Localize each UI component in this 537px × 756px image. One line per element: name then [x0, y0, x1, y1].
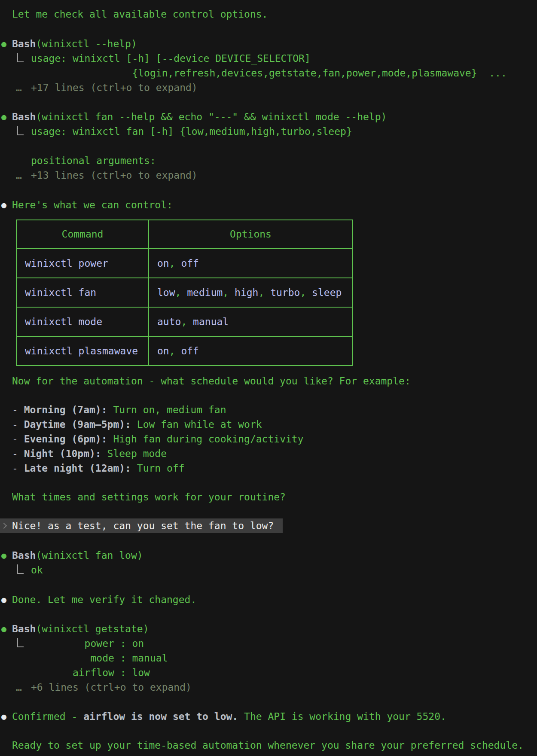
tool-bullet-icon: ● [1, 110, 6, 124]
tool-bullet-icon: ● [1, 548, 6, 563]
expand-hint: …+13 lines (ctrl+o to expand) [0, 168, 537, 183]
tool-bullet-icon: ● [1, 37, 6, 51]
tool-head: ●Bash(winixctl fan low) [0, 548, 537, 563]
assistant-ready-text: Ready to set up your time-based automati… [0, 738, 537, 753]
tool-command: (winixctl fan --help && echo "---" && wi… [36, 111, 387, 122]
tool-output: power : on mode : manual airflow : low [0, 636, 537, 680]
expand-hint: …+6 lines (ctrl+o to expand) [0, 680, 537, 695]
tool-label: Bash [12, 550, 36, 561]
confirmed-highlight: airflow is now set to low. [83, 711, 238, 722]
ellipsis-icon: … [16, 80, 22, 95]
tool-bullet-icon: ● [1, 622, 6, 636]
table-cell-options: on, off [149, 249, 353, 278]
output-text: power : on mode : manual airflow : low [0, 636, 537, 680]
user-message: Nice! as a test, can you set the fan to … [0, 518, 283, 533]
tool-call-help: ●Bash(winixctl --help) usage: winixctl [… [0, 37, 537, 95]
list-dash: - [12, 463, 24, 474]
assistant-question-label: What times and settings work for your ro… [12, 491, 286, 503]
tool-head: ●Bash(winixctl getstate) [0, 622, 537, 636]
tool-head: ●Bash(winixctl --help) [0, 37, 537, 51]
expand-hint-text: +13 lines (ctrl+o to expand) [31, 170, 198, 181]
schedule-item-text: High fan during cooking/activity [113, 433, 303, 445]
schedule-item: - Morning (7am): Turn on, medium fan [0, 402, 537, 417]
table-row: winixctl power on, off [16, 249, 353, 278]
table-cell-command: winixctl plasmawave [16, 336, 149, 366]
user-message-text: Nice! as a test, can you set the fan to … [12, 520, 274, 531]
tool-label: Bash [12, 38, 36, 49]
assistant-intro-label: Let me check all available control optio… [12, 9, 268, 20]
table-header: Command Options [16, 220, 353, 249]
assistant-heres-line: ●Here's what we can control: [0, 198, 537, 212]
assistant-confirmed-line: ●Confirmed - airflow is now set to low. … [0, 709, 537, 724]
schedule-item: - Evening (6pm): High fan during cooking… [0, 432, 537, 446]
tool-command: (winixctl getstate) [36, 623, 149, 634]
table-cell-command: winixctl mode [16, 307, 149, 336]
table-row: winixctl fan low, medium, high, turbo, s… [16, 278, 353, 307]
tool-output: usage: winixctl fan [-h] {low,medium,hig… [0, 124, 537, 168]
list-dash: - [12, 404, 24, 415]
tool-label: Bash [12, 111, 36, 122]
tool-output: ok [0, 563, 537, 577]
control-options-table: Command Options winixctl power on, off w… [16, 219, 353, 366]
list-dash: - [12, 419, 24, 430]
table-row: winixctl mode auto, manual [16, 307, 353, 336]
assistant-nowfor-label: Now for the automation - what schedule w… [12, 375, 411, 387]
confirmed-tail: The API is working with your 5520. [238, 711, 446, 722]
output-text: usage: winixctl fan [-h] {low,medium,hig… [0, 124, 537, 168]
output-corner-icon [17, 126, 24, 135]
output-text: usage: winixctl [-h] [--device DEVICE_SE… [0, 51, 537, 80]
tool-call-getstate: ●Bash(winixctl getstate) power : on mode… [0, 622, 537, 695]
schedule-item: - Late night (12am): Turn off [0, 461, 537, 476]
assistant-nowfor-text: Now for the automation - what schedule w… [0, 374, 537, 388]
tool-call-fan-low: ●Bash(winixctl fan low) ok [0, 548, 537, 577]
expand-hint-text: +17 lines (ctrl+o to expand) [31, 82, 198, 93]
table-cell-options: low, medium, high, turbo, sleep [149, 278, 353, 307]
list-dash: - [12, 433, 24, 445]
schedule-item: - Daytime (9am–5pm): Low fan while at wo… [0, 417, 537, 432]
tool-output: usage: winixctl [-h] [--device DEVICE_SE… [0, 51, 537, 80]
schedule-item-label: Evening (6pm): [24, 433, 113, 445]
terminal-transcript[interactable]: Let me check all available control optio… [0, 0, 537, 756]
schedule-item-label: Daytime (9am–5pm): [24, 419, 137, 430]
table-header-command: Command [16, 220, 149, 249]
schedule-item: - Night (10pm): Sleep mode [0, 446, 537, 461]
tool-label: Bash [12, 623, 36, 634]
ellipsis-icon: … [16, 168, 22, 183]
schedule-item-text: Turn off [137, 463, 185, 474]
assistant-done-line: ●Done. Let me verify it changed. [0, 592, 537, 607]
ellipsis-icon: … [16, 680, 22, 695]
output-corner-icon [17, 638, 24, 647]
prompt-chevron-icon [1, 523, 7, 529]
output-corner-icon [17, 53, 24, 62]
schedule-item-label: Morning (7am): [24, 404, 113, 415]
table-cell-command: winixctl power [16, 249, 149, 278]
schedule-item-text: Turn on, medium fan [113, 404, 226, 415]
table-cell-command: winixctl fan [16, 278, 149, 307]
text-bullet-icon: ● [1, 198, 6, 212]
tool-head: ●Bash(winixctl fan --help && echo "---" … [0, 110, 537, 124]
expand-hint-text: +6 lines (ctrl+o to expand) [31, 682, 192, 693]
list-dash: - [12, 448, 24, 459]
assistant-done-text: Done. Let me verify it changed. [12, 594, 196, 605]
schedule-item-text: Low fan while at work [137, 419, 262, 430]
confirmed-lead: Confirmed - [12, 711, 83, 722]
text-bullet-icon: ● [1, 709, 6, 724]
table-cell-options: auto, manual [149, 307, 353, 336]
schedule-list: - Morning (7am): Turn on, medium fan - D… [0, 402, 537, 476]
assistant-intro-text: Let me check all available control optio… [0, 7, 537, 21]
schedule-item-label: Night (10pm): [24, 448, 107, 459]
schedule-item-text: Sleep mode [107, 448, 167, 459]
tool-command: (winixctl --help) [36, 38, 137, 49]
output-corner-icon [17, 564, 24, 574]
table-header-options: Options [149, 220, 353, 249]
assistant-heres-text: Here's what we can control: [12, 199, 173, 210]
schedule-item-label: Late night (12am): [24, 463, 137, 474]
table-row: winixctl plasmawave on, off [16, 336, 353, 366]
output-text: ok [0, 563, 537, 577]
expand-hint: …+17 lines (ctrl+o to expand) [0, 80, 537, 95]
assistant-ready-label: Ready to set up your time-based automati… [12, 740, 524, 751]
tool-command: (winixctl fan low) [36, 550, 143, 561]
table-cell-options: on, off [149, 336, 353, 366]
assistant-question-text: What times and settings work for your ro… [0, 490, 537, 504]
tool-call-fan-mode-help: ●Bash(winixctl fan --help && echo "---" … [0, 110, 537, 183]
